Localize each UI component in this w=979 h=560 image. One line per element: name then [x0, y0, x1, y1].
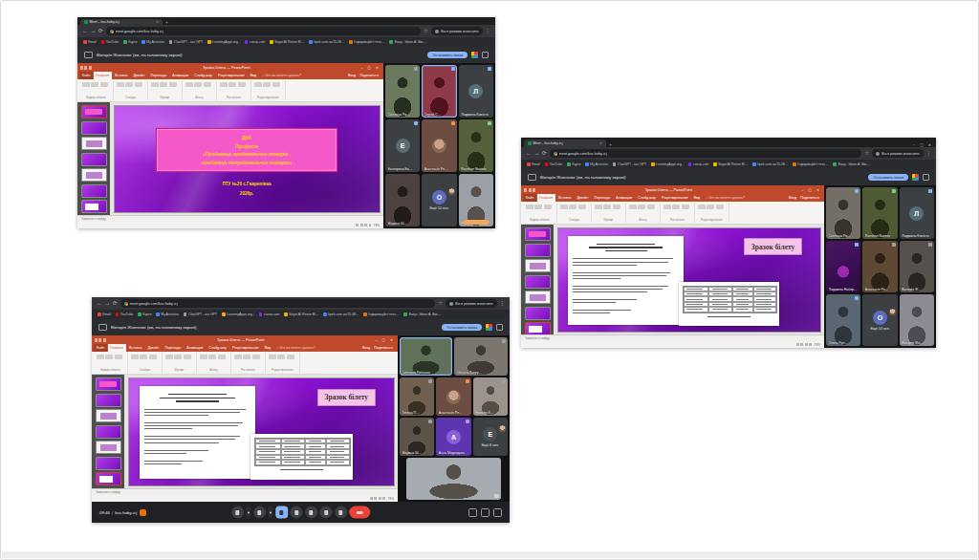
- ribbon-tab[interactable]: Вид: [691, 194, 703, 202]
- tab-close-icon[interactable]: ✕: [156, 20, 159, 24]
- ribbon-tab[interactable]: Дизайн: [131, 72, 147, 79]
- bookmark-star-icon[interactable]: ☆: [864, 151, 869, 157]
- ribbon-button[interactable]: [115, 355, 122, 359]
- participant-tile[interactable]: Світлана Рибалко: [400, 337, 452, 376]
- ribbon-button[interactable]: [716, 205, 724, 209]
- participant-tile[interactable]: [406, 458, 501, 500]
- ribbon-tab[interactable]: Переходы: [148, 72, 169, 79]
- bookmark-item[interactable]: canva.com: [245, 40, 265, 44]
- picture-in-picture-icon[interactable]: [923, 174, 929, 181]
- profile-chip[interactable]: Вы в режиме инкогнито: [446, 299, 496, 308]
- participant-tile[interactable]: ЛЛюдмила Ємність: [459, 65, 493, 118]
- ribbon-button[interactable]: [174, 355, 182, 359]
- slide-thumbnail[interactable]: [525, 227, 551, 241]
- ribbon-button[interactable]: [698, 205, 706, 209]
- bookmark-item[interactable]: Sogni AI Renee Bl…: [284, 312, 318, 316]
- slide-thumbnail[interactable]: [525, 291, 551, 304]
- zoom-level[interactable]: 78%: [815, 343, 820, 347]
- ribbon-button[interactable]: [672, 205, 680, 209]
- ribbon-button[interactable]: [151, 82, 159, 87]
- bookmark-item[interactable]: YouTube: [545, 162, 562, 166]
- ribbon-button[interactable]: [629, 205, 637, 209]
- bookmark-item[interactable]: ChatGPT - чат GPT: [184, 312, 217, 316]
- ppt-notes-bar[interactable]: Заметки к слайду: [77, 215, 383, 222]
- participant-tile[interactable]: Ольга Рул…: [826, 294, 860, 346]
- ribbon-tab[interactable]: Переходы: [163, 344, 184, 352]
- ribbon-button[interactable]: [243, 355, 250, 359]
- picture-in-picture-icon[interactable]: [482, 52, 489, 58]
- chat-icon[interactable]: [493, 508, 502, 517]
- people-icon[interactable]: [481, 508, 490, 517]
- ribbon-tab[interactable]: Дизайн: [575, 194, 591, 202]
- slide-thumbnail[interactable]: [81, 153, 107, 166]
- ribbon-group-buttons[interactable]: [82, 82, 111, 87]
- bookmark-star-icon[interactable]: ☆: [424, 29, 428, 34]
- browser-menu-icon[interactable]: ⋮: [486, 29, 491, 34]
- participant-tile[interactable]: Марина Ш…: [385, 174, 420, 226]
- participant-tile[interactable]: Валерія Ж…: [900, 241, 934, 292]
- ribbon-tab[interactable]: Главная: [108, 344, 126, 352]
- ribbon-button[interactable]: [169, 82, 177, 87]
- slide-thumbnail[interactable]: [96, 425, 121, 439]
- bookmark-item[interactable]: Sogni AI Renee Bl…: [713, 162, 748, 166]
- ribbon-button[interactable]: [277, 355, 285, 359]
- bookmark-star-icon[interactable]: ☆: [438, 301, 443, 307]
- ribbon-tab[interactable]: Переходы: [592, 194, 613, 202]
- participant-tile[interactable]: Ravshan Nozirov: [459, 119, 493, 172]
- view-switcher-icons[interactable]: [796, 343, 812, 347]
- ribbon-tab[interactable]: Вставка: [127, 344, 144, 352]
- ribbon-button[interactable]: [560, 205, 568, 209]
- ribbon-button[interactable]: [287, 355, 294, 359]
- bookmark-item[interactable]: Карти: [123, 40, 137, 44]
- stop-presenting-button[interactable]: Остановить показ: [427, 52, 468, 58]
- ribbon-button[interactable]: [228, 82, 236, 87]
- ribbon-tab[interactable]: Вид: [262, 344, 273, 352]
- reload-icon[interactable]: ⟳: [113, 301, 118, 307]
- slide-thumbnail[interactable]: [96, 472, 121, 485]
- ppt-window-controls[interactable]: – ▢ ✕: [802, 188, 821, 192]
- ribbon-group-buttons[interactable]: [220, 82, 249, 87]
- ribbon-button[interactable]: [707, 205, 714, 209]
- bookmark-item[interactable]: canva.com: [259, 312, 279, 316]
- bookmark-item[interactable]: Фокус. Ideon А. Вис…: [389, 40, 426, 44]
- bookmark-item[interactable]: My Activities: [156, 312, 179, 316]
- ribbon-button[interactable]: [160, 82, 167, 87]
- slide-thumbnail[interactable]: [96, 394, 121, 407]
- mic-options-chevron[interactable]: [246, 506, 250, 519]
- ribbon-button[interactable]: [149, 355, 157, 359]
- back-icon[interactable]: ←: [82, 29, 88, 34]
- ribbon-tab[interactable]: Файл: [94, 344, 107, 352]
- ppt-notes-bar[interactable]: Заметки к слайду: [92, 488, 398, 495]
- ribbon-tab[interactable]: Файл: [79, 72, 93, 79]
- bookmark-item[interactable]: LearningApps.org -: [207, 40, 240, 44]
- ribbon-button[interactable]: [544, 205, 552, 209]
- bookmark-item[interactable]: Gmail: [527, 162, 540, 166]
- ribbon-button[interactable]: [135, 82, 142, 87]
- bookmark-item[interactable]: Карти: [138, 312, 151, 316]
- bookmark-item[interactable]: kpek.com.ua/15.08…: [309, 40, 344, 44]
- forward-icon[interactable]: →: [534, 151, 540, 157]
- ribbon-group-buttons[interactable]: [664, 205, 692, 209]
- bookmark-item[interactable]: ChatGPT - чат GPT: [613, 162, 646, 166]
- ribbon-button[interactable]: [100, 82, 108, 87]
- picture-in-picture-icon[interactable]: [496, 324, 503, 331]
- ribbon-group-buttons[interactable]: [97, 355, 125, 359]
- slide-thumbnail[interactable]: [96, 488, 121, 489]
- ribbon-button[interactable]: [91, 82, 98, 87]
- tell-me-search[interactable]: ⌕ Что вы хотите сделать?: [260, 72, 304, 79]
- ribbon-tab[interactable]: Слайд-шоу: [636, 194, 659, 202]
- ribbon-button[interactable]: [269, 355, 276, 359]
- ribbon-button[interactable]: [140, 355, 147, 359]
- ribbon-button[interactable]: [638, 205, 645, 209]
- share-button[interactable]: Поделиться: [359, 74, 379, 77]
- browser-menu-icon[interactable]: ⋮: [500, 301, 506, 307]
- sign-in-button[interactable]: Вход: [348, 74, 356, 77]
- ribbon-button[interactable]: [252, 355, 260, 359]
- address-bar[interactable]: meet.google.com/ksv-hoby-icj: [106, 27, 422, 35]
- ribbon-button[interactable]: [204, 82, 211, 87]
- ribbon-tab[interactable]: Главная: [537, 194, 555, 202]
- bookmark-item[interactable]: Карти: [567, 162, 580, 166]
- tell-me-search[interactable]: ⌕ Что вы хотите сделать?: [704, 194, 748, 202]
- slide-thumbnail[interactable]: [96, 409, 121, 422]
- slide-thumbnail[interactable]: [525, 322, 551, 334]
